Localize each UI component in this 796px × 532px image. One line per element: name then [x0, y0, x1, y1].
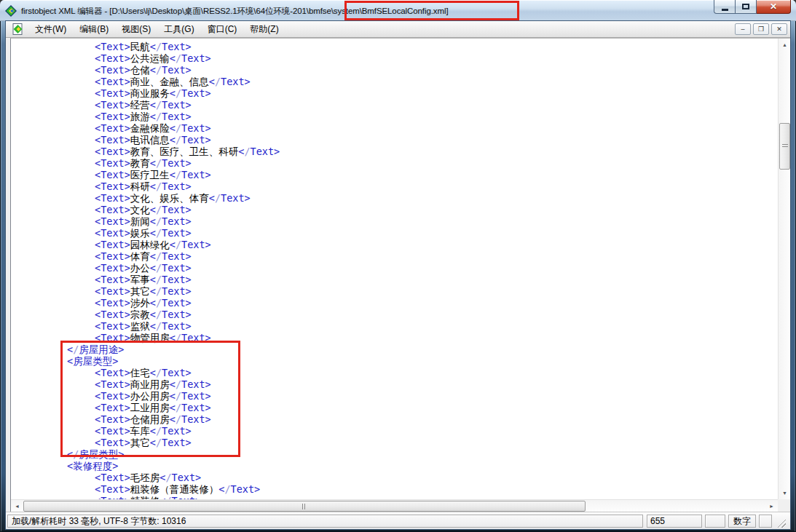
xml-line[interactable]: <Text>工业用房</Text>: [11, 402, 778, 413]
caption-buttons: ✕: [714, 0, 791, 14]
xml-line[interactable]: <Text>涉外</Text>: [11, 297, 778, 309]
document-icon[interactable]: [12, 23, 24, 35]
xml-line[interactable]: <Text>其它</Text>: [11, 437, 778, 448]
xml-line[interactable]: <Text>商业服务</Text>: [11, 87, 778, 99]
xml-line[interactable]: <Text>新闻</Text>: [11, 215, 778, 227]
xml-line[interactable]: <Text>毛坯房</Text>: [11, 472, 778, 483]
xml-line[interactable]: <Text>文化</Text>: [11, 204, 778, 215]
xml-line[interactable]: <Text>车库</Text>: [11, 425, 778, 437]
xml-line[interactable]: <Text>办公</Text>: [11, 262, 778, 274]
xml-lines: <Text>民航</Text><Text>公共运输</Text><Text>仓储…: [11, 41, 778, 499]
thumb-grip-icon: [302, 504, 307, 509]
app-window: firstobject XML 编辑器 - [D:\Users\lj\Deskt…: [0, 0, 796, 532]
status-panel-small: [759, 515, 772, 528]
app-logo-icon: [5, 5, 17, 17]
horizontal-scrollbar-thumb[interactable]: [23, 501, 586, 512]
mdi-restore-button[interactable]: ❐: [753, 23, 769, 35]
xml-line[interactable]: <装修程度>: [11, 460, 778, 472]
app-body: 文件(W)编辑(B)视图(S)工具(G)窗口(C)帮助(Z) – ❐ ✕ <Te…: [6, 21, 790, 529]
menu-item-tools[interactable]: 工具(G): [157, 21, 200, 38]
xml-line[interactable]: <Text>教育、医疗、卫生、科研</Text>: [11, 146, 778, 157]
xml-line[interactable]: <Text>经营</Text>: [11, 99, 778, 111]
menu-items: 文件(W)编辑(B)视图(S)工具(G)窗口(C)帮助(Z): [28, 21, 285, 37]
xml-line[interactable]: <Text>教育</Text>: [11, 157, 778, 169]
xml-line[interactable]: <Text>粗装修（普通装修）</Text>: [11, 483, 778, 495]
xml-line[interactable]: <Text>民航</Text>: [11, 41, 778, 52]
scroll-down-button[interactable]: ▼: [779, 487, 790, 499]
vertical-scrollbar-thumb[interactable]: [779, 123, 790, 170]
window-title-prefix: firstobject XML 编辑器 - [D:\Users\lj\Deskt…: [21, 7, 307, 15]
xml-line[interactable]: </房屋类型>: [11, 448, 778, 460]
xml-line[interactable]: <Text>宗教</Text>: [11, 309, 778, 320]
close-button[interactable]: ✕: [757, 0, 791, 14]
xml-line[interactable]: <Text>物管用房</Text>: [11, 332, 778, 344]
xml-line[interactable]: <Text>其它</Text>: [11, 285, 778, 297]
menu-item-file[interactable]: 文件(W): [28, 21, 73, 38]
xml-line[interactable]: <Text>仓储</Text>: [11, 64, 778, 76]
status-message: 加载/解析耗时 33 毫秒, UTF-8 字节数: 10316: [7, 515, 643, 528]
menu-item-edit[interactable]: 编辑(B): [73, 21, 115, 38]
minimize-icon: [722, 9, 728, 11]
xml-editor: <Text>民航</Text><Text>公共运输</Text><Text>仓储…: [10, 38, 790, 512]
xml-line[interactable]: <Text>体育</Text>: [11, 250, 778, 262]
xml-line[interactable]: <Text>仓储用房</Text>: [11, 413, 778, 425]
xml-line[interactable]: <房屋类型>: [11, 355, 778, 367]
scrollbar-corner: [778, 499, 790, 512]
mdi-buttons: – ❐ ✕: [735, 23, 787, 35]
xml-line[interactable]: <Text>住宅</Text>: [11, 367, 778, 378]
menu-item-help[interactable]: 帮助(Z): [243, 21, 285, 38]
mdi-close-button[interactable]: ✕: [771, 23, 787, 35]
xml-line[interactable]: <Text>公共运输</Text>: [11, 52, 778, 64]
status-mode: 数字: [728, 515, 756, 528]
xml-line[interactable]: <Text>商业用房</Text>: [11, 378, 778, 390]
maximize-button[interactable]: [735, 0, 757, 14]
status-position: 655: [647, 515, 702, 528]
window-title: firstobject XML 编辑器 - [D:\Users\lj\Deskt…: [21, 5, 448, 17]
xml-line[interactable]: <Text>办公用房</Text>: [11, 390, 778, 402]
xml-line[interactable]: <Text>监狱</Text>: [11, 320, 778, 332]
xml-line[interactable]: <Text>军事</Text>: [11, 274, 778, 285]
xml-line[interactable]: <Text>金融保险</Text>: [11, 122, 778, 134]
xml-line[interactable]: <Text>科研</Text>: [11, 180, 778, 192]
status-panel-empty: [705, 515, 725, 528]
minimize-button[interactable]: [714, 0, 735, 14]
scroll-right-button[interactable]: ►: [765, 500, 778, 512]
maximize-icon: [742, 4, 749, 9]
scroll-left-button[interactable]: ◄: [11, 500, 23, 512]
xml-line[interactable]: <Text>娱乐</Text>: [11, 227, 778, 239]
vertical-scrollbar[interactable]: ▲ ▼: [778, 39, 790, 499]
window-title-highlight: \bmfse\system\BmfSELocalConfig.xml]: [307, 7, 449, 15]
xml-text-area[interactable]: <Text>民航</Text><Text>公共运输</Text><Text>仓储…: [11, 39, 778, 499]
statusbar: 加载/解析耗时 33 毫秒, UTF-8 字节数: 10316 655 数字: [6, 512, 790, 529]
xml-line[interactable]: <Text>电讯信息</Text>: [11, 134, 778, 146]
titlebar[interactable]: firstobject XML 编辑器 - [D:\Users\lj\Deskt…: [0, 0, 796, 21]
thumb-grip-icon: [782, 144, 788, 148]
menubar: 文件(W)编辑(B)视图(S)工具(G)窗口(C)帮助(Z) – ❐ ✕: [6, 21, 790, 38]
menu-item-view[interactable]: 视图(S): [115, 21, 157, 38]
scroll-up-button[interactable]: ▲: [779, 39, 790, 51]
menu-item-window[interactable]: 窗口(C): [201, 21, 244, 38]
xml-line[interactable]: <Text>园林绿化</Text>: [11, 239, 778, 250]
resize-grip-icon[interactable]: [776, 518, 786, 528]
mdi-minimize-button[interactable]: –: [735, 23, 751, 35]
close-icon: ✕: [770, 2, 777, 11]
xml-line[interactable]: <Text>医疗卫生</Text>: [11, 169, 778, 180]
xml-line[interactable]: <Text>文化、娱乐、体育</Text>: [11, 192, 778, 204]
xml-line[interactable]: </房屋用途>: [11, 344, 778, 355]
xml-line[interactable]: <Text>旅游</Text>: [11, 111, 778, 122]
xml-line[interactable]: <Text>商业、金融、信息</Text>: [11, 76, 778, 87]
horizontal-scrollbar[interactable]: ◄ ►: [11, 499, 778, 512]
